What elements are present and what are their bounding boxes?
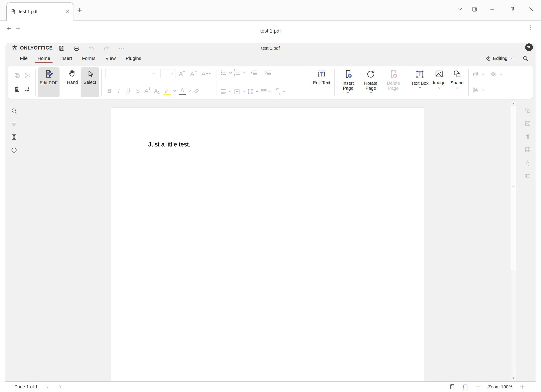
paragraph-settings-button[interactable]: ¶ (524, 133, 531, 140)
columns-button[interactable] (260, 88, 267, 95)
edit-pdf-button[interactable]: Edit PDF (38, 67, 60, 97)
vertical-scrollbar[interactable] (511, 101, 516, 381)
underline-button[interactable]: U (124, 86, 132, 95)
line-spacing-chevron[interactable] (255, 90, 259, 93)
form-settings-button[interactable] (524, 173, 531, 179)
align-objects-chevron[interactable] (482, 89, 485, 91)
shape-button[interactable]: Shape (448, 67, 466, 97)
insert-page-button[interactable]: Insert Page (337, 67, 359, 97)
pilcrow-glyph: ¶ (276, 88, 279, 93)
italic-button[interactable]: I (115, 86, 123, 95)
document-page[interactable]: Just a little test. (111, 107, 424, 381)
tab-view[interactable]: View (105, 56, 116, 61)
delete-page-button[interactable]: Delete Page (382, 67, 405, 97)
font-size-input[interactable] (163, 71, 170, 76)
select-all-button[interactable] (24, 86, 31, 92)
strikethrough-button[interactable]: S (134, 86, 142, 95)
text-art-settings-button[interactable] (524, 159, 531, 166)
arrange-shape-chevron[interactable] (482, 73, 485, 75)
paragraph-marks-button[interactable]: ¶ (273, 88, 281, 95)
copy-button[interactable] (14, 72, 21, 79)
next-page-button[interactable] (57, 384, 63, 390)
tab-insert[interactable]: Insert (60, 56, 72, 61)
left-panel (10, 107, 18, 154)
merge-shapes-button[interactable] (490, 71, 497, 78)
font-name-select[interactable] (105, 69, 158, 78)
numbered-list-button[interactable]: 1 2 (234, 69, 241, 76)
tab-file[interactable]: File (20, 56, 28, 61)
numbered-list-chevron[interactable] (242, 72, 245, 74)
tab-close-button[interactable] (65, 9, 70, 14)
bullet-list-chevron[interactable] (229, 72, 232, 74)
new-tab-button[interactable] (77, 7, 83, 13)
minimize-button[interactable] (489, 6, 495, 12)
align-objects-button[interactable] (472, 86, 479, 94)
zoom-in-button[interactable] (519, 384, 525, 390)
horizontal-align-chevron[interactable] (229, 90, 232, 93)
arrange-shape-button[interactable] (472, 71, 479, 78)
subscript-button[interactable]: A1 (153, 86, 161, 95)
side-panel-icon[interactable] (471, 6, 478, 12)
paste-button[interactable] (14, 86, 21, 92)
previous-page-button[interactable] (45, 384, 50, 390)
zoom-out-button[interactable] (475, 384, 481, 390)
columns-chevron[interactable] (269, 90, 272, 93)
tab-search-chevron-button[interactable] (457, 6, 463, 12)
insert-page-label: Insert Page (338, 81, 358, 91)
increase-indent-button[interactable] (264, 69, 272, 76)
search-button[interactable] (522, 55, 529, 62)
browser-tab[interactable]: test 1.pdf (6, 2, 74, 20)
zoom-level-label: Zoom 100% (488, 384, 512, 390)
horizontal-align-button[interactable] (220, 88, 227, 95)
decrease-font-size-button[interactable]: A (189, 69, 198, 78)
sidebar-search-button[interactable] (10, 107, 18, 115)
merge-shapes-chevron[interactable] (499, 73, 503, 75)
rotate-page-button[interactable]: Rotate Page (359, 67, 382, 97)
chevron-down-icon (510, 56, 513, 60)
shape-settings-button[interactable] (524, 107, 531, 114)
text-box-button[interactable]: Text Box (410, 67, 430, 97)
table-settings-button[interactable] (524, 146, 531, 153)
triangle-up-icon (512, 102, 515, 104)
clear-style-button[interactable] (193, 86, 201, 95)
window-close-button[interactable] (528, 6, 534, 12)
sidebar-info-button[interactable] (10, 146, 18, 154)
font-color-chevron[interactable] (188, 90, 191, 92)
tab-plugins[interactable]: Plugins (126, 56, 141, 61)
tab-home[interactable]: Home (38, 56, 50, 61)
sidebar-page-thumbnails-button[interactable] (10, 133, 18, 141)
tab-forms[interactable]: Forms (82, 56, 95, 61)
image-button[interactable]: Image (430, 67, 448, 97)
image-settings-button[interactable] (524, 120, 531, 127)
fit-page-button[interactable] (449, 384, 455, 390)
decrease-indent-button[interactable] (250, 69, 258, 76)
font-color-button[interactable]: A (177, 86, 187, 95)
mode-selector[interactable]: Editing (485, 55, 513, 61)
highlight-color-button[interactable] (162, 86, 172, 95)
scroll-down-button[interactable] (511, 376, 516, 381)
cut-button[interactable] (24, 72, 31, 79)
font-size-select[interactable] (160, 69, 175, 78)
superscript-button[interactable]: A1 (143, 86, 151, 95)
edit-text-button[interactable]: Edit Text (311, 67, 332, 97)
paragraph-marks-chevron[interactable] (283, 90, 286, 93)
increase-font-size-button[interactable]: A (178, 69, 187, 78)
select-tool-button[interactable]: Select (81, 67, 99, 97)
restore-button[interactable] (509, 6, 515, 12)
hand-tool-button[interactable]: Hand (64, 67, 81, 97)
avatar[interactable]: OU (525, 43, 533, 51)
font-group: A A A A B I U (104, 67, 214, 97)
line-spacing-button[interactable] (247, 88, 254, 95)
scrollbar-thumb[interactable] (511, 106, 516, 270)
bullet-list-button[interactable] (220, 69, 227, 76)
fit-width-button[interactable] (462, 384, 468, 390)
change-case-button[interactable]: A A (201, 69, 213, 78)
vertical-align-button[interactable] (233, 88, 241, 95)
browser-menu-kebab-icon[interactable] (527, 24, 533, 31)
bold-button[interactable]: B (105, 86, 113, 95)
highlight-color-chevron[interactable] (173, 90, 176, 92)
vertical-align-chevron[interactable] (242, 90, 245, 93)
scroll-up-button[interactable] (511, 101, 516, 106)
font-name-input[interactable] (107, 71, 153, 76)
sidebar-headings-button[interactable] (10, 120, 18, 128)
